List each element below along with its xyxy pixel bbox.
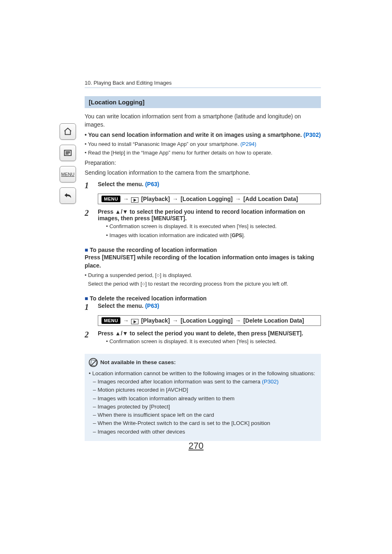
d6-text: When the Write-Protect switch to the car… bbox=[98, 419, 270, 427]
not-available-icon bbox=[89, 358, 98, 367]
step-2-sub1: • Confirmation screen is displayed. It i… bbox=[106, 222, 321, 231]
list-item: –When the Write-Protect switch to the ca… bbox=[93, 419, 317, 427]
back-icon[interactable] bbox=[60, 187, 76, 204]
list-item: –Images with location information alread… bbox=[93, 395, 317, 403]
step-2-sub2: • Images with location information are i… bbox=[106, 231, 321, 240]
notice-lead: • Location information cannot be written… bbox=[89, 369, 317, 378]
page-content: 10. Playing Back and Editing Images [Loc… bbox=[85, 80, 321, 441]
step-2-text: Press ▲/▼ to select the period you inten… bbox=[98, 208, 321, 222]
step2-sub2-pre: • Images with location information are i… bbox=[106, 232, 232, 238]
path-add: [Add Location Data] bbox=[243, 196, 298, 202]
intro-paragraph: You can write location information sent … bbox=[85, 112, 321, 129]
square-bullet-icon: ■ bbox=[85, 247, 88, 253]
home-icon[interactable] bbox=[60, 123, 76, 140]
menu-path-delete: MENU → [Playback] → [Location Logging] →… bbox=[98, 315, 321, 326]
arrow-icon: → bbox=[172, 317, 178, 324]
intro-bullet-2: • You need to install “Panasonic Image A… bbox=[85, 141, 321, 148]
sidebar: MENU bbox=[60, 123, 78, 204]
intro-bullet-3: • Read the [Help] in the “Image App” men… bbox=[85, 149, 321, 157]
notice-dash-list: –Images recorded after location informat… bbox=[93, 378, 317, 436]
menu-badge-icon: MENU bbox=[101, 196, 120, 202]
page-number[interactable]: 270 bbox=[0, 441, 392, 451]
link-p63[interactable]: (P63) bbox=[145, 181, 159, 187]
menu-badge-icon: MENU bbox=[101, 317, 120, 324]
delete-step1-text: Select the menu. bbox=[98, 302, 145, 309]
list-item: –Images recorded after location informat… bbox=[93, 378, 317, 386]
preparation-text: Sending location information to the came… bbox=[85, 169, 321, 177]
link-p302[interactable]: (P302) bbox=[304, 132, 321, 138]
list-item: –Images recorded with other devices bbox=[93, 428, 317, 436]
pause-b1-pre: • During a suspended period, [ bbox=[85, 272, 157, 278]
playback-icon bbox=[131, 319, 138, 324]
delete-step1-number: 1 bbox=[85, 302, 93, 312]
pause-b2-post: ] to restart the recording process from … bbox=[145, 281, 288, 287]
delete-step2-text: Press ▲/▼ to select the period you want … bbox=[98, 330, 321, 337]
link-p63-b[interactable]: (P63) bbox=[145, 302, 159, 309]
path-playback: [Playback] bbox=[141, 196, 170, 202]
section-heading: [Location Logging] bbox=[85, 96, 321, 108]
pause-heading: ■To pause the recording of location info… bbox=[85, 247, 321, 253]
delete-heading: ■To delete the received location informa… bbox=[85, 295, 321, 302]
delete-heading-text: To delete the received location informat… bbox=[90, 295, 206, 302]
arrow-icon: → bbox=[235, 196, 241, 202]
breadcrumb: 10. Playing Back and Editing Images bbox=[85, 80, 321, 88]
d5-text: When there is insufficient space left on… bbox=[98, 411, 214, 419]
list-item: –Images protected by [Protect] bbox=[93, 403, 317, 411]
path-loclog: [Location Logging] bbox=[180, 196, 233, 202]
gps-icon: GPS bbox=[232, 233, 242, 238]
intro-bullet-bold: • You can send location information and … bbox=[85, 131, 321, 139]
pause-bold: Press [MENU/SET] while recording of the … bbox=[85, 253, 321, 270]
step-1-text: Select the menu. bbox=[98, 181, 145, 187]
notice-box: Not available in these cases: • Location… bbox=[85, 354, 321, 441]
delete-step-2: 2 Press ▲/▼ to select the period you wan… bbox=[85, 330, 321, 346]
arrow-icon: → bbox=[123, 196, 129, 202]
arrow-icon: → bbox=[235, 317, 241, 324]
notice-heading: Not available in these cases: bbox=[89, 358, 317, 367]
contents-icon[interactable] bbox=[60, 145, 76, 161]
link-p302-b[interactable]: (P302) bbox=[262, 379, 279, 385]
link-p294[interactable]: (P294) bbox=[240, 141, 256, 147]
path-playback-b: [Playback] bbox=[141, 317, 170, 324]
pause-b1: • During a suspended period, [○] is disp… bbox=[85, 272, 321, 279]
pause-b1-post: ] is displayed. bbox=[160, 272, 192, 278]
d1-text: Images recorded after location informati… bbox=[98, 379, 262, 385]
step2-sub2-post: ]. bbox=[242, 232, 245, 238]
d4-text: Images protected by [Protect] bbox=[98, 403, 170, 411]
step-1: 1 Select the menu. (P63) bbox=[85, 181, 321, 190]
arrow-icon: → bbox=[123, 317, 129, 324]
pause-b2-pre: Select the period with [ bbox=[88, 281, 142, 287]
delete-step-1: 1 Select the menu. (P63) bbox=[85, 302, 321, 312]
d7-text: Images recorded with other devices bbox=[98, 428, 185, 436]
square-bullet-icon: ■ bbox=[85, 295, 88, 302]
intro-bullet-text: • You can send location information and … bbox=[85, 132, 304, 138]
d3-text: Images with location information already… bbox=[98, 395, 235, 403]
step-1-number: 1 bbox=[85, 181, 93, 190]
playback-icon bbox=[131, 197, 138, 203]
d2-text: Motion pictures recorded in [AVCHD] bbox=[98, 386, 188, 394]
menu-button[interactable]: MENU bbox=[60, 166, 76, 182]
menu-path-add: MENU → [Playback] → [Location Logging] →… bbox=[98, 194, 321, 204]
step-2-number: 2 bbox=[85, 208, 93, 239]
list-item: –Motion pictures recorded in [AVCHD] bbox=[93, 386, 317, 394]
pause-b2: Select the period with [○] to restart th… bbox=[88, 280, 321, 288]
delete-step2-number: 2 bbox=[85, 330, 93, 346]
preparation-label: Preparation: bbox=[85, 159, 321, 167]
delete-step2-sub: • Confirmation screen is displayed. It i… bbox=[106, 337, 321, 346]
path-loclog-b: [Location Logging] bbox=[180, 317, 233, 324]
notice-heading-text: Not available in these cases: bbox=[100, 358, 176, 367]
arrow-icon: → bbox=[172, 196, 178, 202]
pause-heading-text: To pause the recording of location infor… bbox=[90, 247, 217, 253]
intro-b2-text: • You need to install “Panasonic Image A… bbox=[85, 141, 240, 147]
pause-symbol-icon: ○ bbox=[157, 272, 160, 278]
step-2: 2 Press ▲/▼ to select the period you int… bbox=[85, 208, 321, 239]
list-item: –When there is insufficient space left o… bbox=[93, 411, 317, 419]
path-delete: [Delete Location Data] bbox=[243, 317, 304, 324]
